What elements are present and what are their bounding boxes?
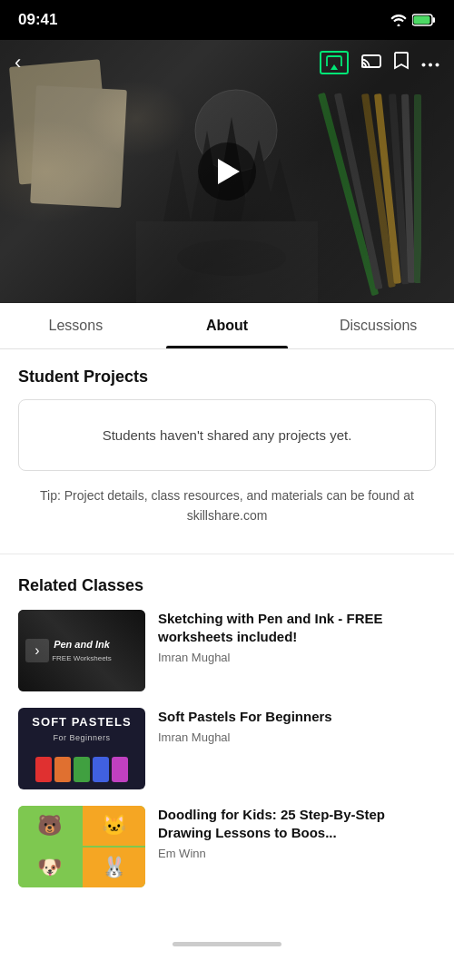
- pastel-blue: [93, 757, 109, 782]
- thumb-label: Pen and Ink: [54, 639, 110, 651]
- tab-discussions[interactable]: Discussions: [302, 303, 454, 348]
- tab-lessons[interactable]: Lessons: [0, 303, 152, 348]
- tip-text: Tip: Project details, class resources, a…: [18, 485, 436, 526]
- tabs-bar: Lessons About Discussions: [0, 303, 454, 349]
- bookmark-icon: [394, 52, 409, 70]
- svg-point-11: [177, 240, 286, 276]
- empty-projects-box: Students haven't shared any projects yet…: [18, 399, 436, 471]
- video-controls-right: [320, 51, 439, 74]
- status-time: 09:41: [18, 11, 57, 29]
- tab-about[interactable]: About: [152, 303, 303, 348]
- svg-rect-13: [30, 85, 127, 208]
- class-author: Imran Mughal: [158, 651, 436, 664]
- wifi-icon: [390, 14, 407, 26]
- cast-icon: [361, 53, 381, 69]
- list-item[interactable]: SOFT PASTELS For Beginners Soft Pastels …: [18, 708, 436, 789]
- doodle-cell-1: 🐻: [18, 806, 81, 846]
- video-hero: ‹: [0, 40, 454, 303]
- class-thumbnail-pen-ink: › Pen and Ink FREE Worksheets: [18, 610, 145, 691]
- back-button[interactable]: ‹: [15, 53, 21, 73]
- bottom-indicator: [0, 931, 454, 954]
- svg-rect-1: [433, 17, 436, 23]
- related-classes-title: Related Classes: [18, 576, 436, 595]
- svg-rect-2: [414, 16, 430, 24]
- class-title: Soft Pastels For Beginners: [158, 708, 436, 726]
- doodle-cell-3: 🐶: [18, 848, 81, 887]
- airplay-icon: [325, 54, 343, 71]
- svg-rect-21: [414, 94, 421, 283]
- pastels-label: SOFT PASTELS: [18, 715, 145, 729]
- pastel-purple: [112, 757, 128, 782]
- student-projects-title: Student Projects: [18, 368, 436, 387]
- pastel-red: [35, 757, 52, 782]
- class-thumbnail-doodling: 🐻 🐱 🐶 🐰: [18, 806, 145, 887]
- video-top-bar: ‹: [0, 40, 454, 85]
- svg-marker-23: [331, 64, 338, 70]
- class-author: Imran Mughal: [158, 730, 436, 744]
- doodle-cell-2: 🐱: [83, 806, 145, 846]
- svg-point-28: [436, 64, 439, 67]
- class-info: Doodling for Kids: 25 Step-By-Step Drawi…: [158, 806, 436, 861]
- empty-projects-message: Students haven't shared any projects yet…: [103, 427, 352, 443]
- list-item[interactable]: › Pen and Ink FREE Worksheets Sketching …: [18, 610, 436, 691]
- play-button[interactable]: [198, 142, 256, 201]
- svg-point-26: [422, 64, 426, 67]
- more-button[interactable]: [421, 54, 439, 71]
- pastel-orange: [54, 757, 71, 782]
- battery-icon: [412, 14, 436, 26]
- list-item[interactable]: 🐻 🐱 🐶 🐰 Doodling for Kids: 25 Step-By-St…: [18, 806, 436, 887]
- pastels-sublabel: For Beginners: [18, 733, 145, 742]
- status-bar: 09:41: [0, 0, 454, 40]
- svg-point-27: [429, 64, 432, 67]
- cast-button[interactable]: [361, 53, 381, 73]
- class-author: Em Winn: [158, 847, 436, 860]
- airplay-button[interactable]: [320, 51, 349, 74]
- play-triangle-icon: [218, 159, 240, 184]
- doodle-cell-4: 🐰: [83, 848, 145, 887]
- section-divider: [0, 554, 454, 554]
- about-content: Student Projects Students haven't shared…: [0, 349, 454, 931]
- pastels-sticks: [18, 757, 145, 782]
- pastel-green: [74, 757, 90, 782]
- class-info: Soft Pastels For Beginners Imran Mughal: [158, 708, 436, 744]
- class-title: Sketching with Pen and Ink - FREE worksh…: [158, 610, 436, 647]
- thumb-sublabel: FREE Worksheets: [52, 654, 112, 662]
- arrow-icon: ›: [25, 639, 49, 662]
- bookmark-button[interactable]: [394, 52, 409, 74]
- class-thumbnail-soft-pastels: SOFT PASTELS For Beginners: [18, 708, 145, 789]
- class-title: Doodling for Kids: 25 Step-By-Step Drawi…: [158, 806, 436, 843]
- status-icons: [390, 14, 436, 26]
- class-info: Sketching with Pen and Ink - FREE worksh…: [158, 610, 436, 665]
- home-indicator: [173, 942, 281, 946]
- more-icon: [421, 63, 439, 67]
